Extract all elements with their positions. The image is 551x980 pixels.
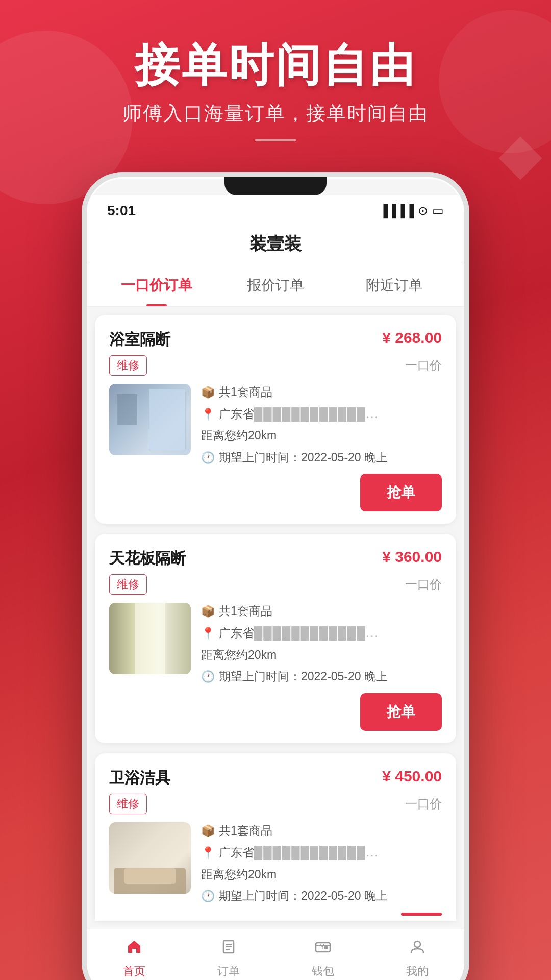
nav-wallet[interactable]: ¥ 钱包: [276, 938, 370, 980]
tab-quote[interactable]: 报价订单: [216, 264, 335, 306]
tab-nearby[interactable]: 附近订单: [335, 264, 454, 306]
order-2-type-row: 维修 一口价: [109, 574, 442, 595]
status-bar: 5:01 ▐▐▐▐ ⊙ ▭: [87, 195, 464, 223]
order-card-3-partial: 卫浴洁具 ¥ 450.00 维修 一口价 📦 共1套商品: [95, 753, 456, 921]
phone-mockup: 5:01 ▐▐▐▐ ⊙ ▭ 装壹装 一口价订单 报价订单 附近订单: [82, 172, 469, 980]
order-2-image: [109, 603, 191, 674]
svg-text:¥: ¥: [320, 943, 324, 951]
order-3-image: [109, 822, 191, 894]
bathroom-shower-decoration: [109, 384, 191, 455]
order-1-distance: 距离您约20km: [201, 427, 442, 444]
order-3-type-row: 维修 一口价: [109, 794, 442, 814]
nav-order-label: 订单: [217, 964, 240, 979]
hero-title: 接单时间自由: [0, 41, 551, 90]
order-1-detail: 📦 共1套商品 📍 广东省████████████... 距离您约20km 🕐: [109, 384, 442, 466]
status-icons: ▐▐▐▐ ⊙ ▭: [379, 204, 444, 218]
order-card-2-header: 天花板隔断 ¥ 360.00: [109, 548, 442, 569]
order-1-price: ¥ 268.00: [382, 329, 442, 347]
order-3-detail: 📦 共1套商品 📍 广东省████████████... 距离您约20km 🕐: [109, 822, 442, 904]
order-3-price: ¥ 450.00: [382, 768, 442, 785]
wifi-icon: ⊙: [418, 204, 428, 218]
order-1-type-row: 维修 一口价: [109, 355, 442, 376]
package-icon: 📦: [201, 385, 215, 401]
home-icon: [125, 938, 143, 961]
ceiling-decoration: [109, 603, 191, 674]
bottom-nav[interactable]: 首页 订单: [87, 929, 464, 980]
order-card-1-header: 浴室隔断 ¥ 268.00: [109, 329, 442, 350]
grab-btn-1[interactable]: 抢单: [360, 474, 442, 511]
nav-wallet-label: 钱包: [312, 964, 334, 979]
order-1-product-count: 📦 共1套商品: [201, 384, 442, 401]
order-2-title: 天花板隔断: [109, 548, 186, 569]
phone-wrapper: 5:01 ▐▐▐▐ ⊙ ▭ 装壹装 一口价订单 报价订单 附近订单: [0, 172, 551, 980]
order-2-detail: 📦 共1套商品 📍 广东省████████████... 距离您约20km 🕐: [109, 603, 442, 685]
nav-profile-label: 我的: [406, 964, 429, 979]
order-card-1: 浴室隔断 ¥ 268.00 维修 一口价 📦 共1套商品: [95, 315, 456, 524]
order-2-product-count: 📦 共1套商品: [201, 603, 442, 620]
wallet-icon: ¥: [314, 938, 332, 961]
signal-icon: ▐▐▐▐: [379, 204, 414, 218]
nav-order[interactable]: 订单: [181, 938, 276, 980]
package-icon-3: 📦: [201, 823, 215, 839]
scroll-indicator: [401, 913, 442, 916]
location-icon-3: 📍: [201, 845, 215, 861]
phone-notch: [224, 177, 327, 195]
location-icon-2: 📍: [201, 626, 215, 642]
user-icon: [408, 938, 427, 961]
clock-icon-3: 🕐: [201, 889, 215, 904]
order-1-badge: 维修: [109, 355, 147, 376]
nav-home-label: 首页: [123, 964, 145, 979]
order-1-info: 📦 共1套商品 📍 广东省████████████... 距离您约20km 🕐: [201, 384, 442, 466]
order-icon: [219, 938, 238, 961]
order-1-title: 浴室隔断: [109, 329, 170, 350]
status-time: 5:01: [107, 203, 136, 219]
package-icon-2: 📦: [201, 604, 215, 620]
location-icon-1: 📍: [201, 407, 215, 423]
order-1-location: 📍 广东省████████████...: [201, 406, 442, 423]
svg-rect-5: [324, 946, 328, 949]
order-card-3-header: 卫浴洁具 ¥ 450.00: [109, 768, 442, 789]
order-card-2: 天花板隔断 ¥ 360.00 维修 一口价 📦 共1套商品: [95, 534, 456, 743]
clock-icon-1: 🕐: [201, 450, 215, 466]
content-area: 浴室隔断 ¥ 268.00 维修 一口价 📦 共1套商品: [87, 307, 464, 929]
order-3-location: 📍 广东省████████████...: [201, 844, 442, 861]
hero-section: 接单时间自由 师傅入口海量订单，接单时间自由: [0, 0, 551, 162]
hero-divider: [255, 139, 296, 141]
nav-home[interactable]: 首页: [87, 938, 181, 980]
nav-profile[interactable]: 我的: [370, 938, 464, 980]
order-1-price-type: 一口价: [405, 357, 442, 374]
order-3-distance: 距离您约20km: [201, 866, 442, 883]
order-2-distance: 距离您约20km: [201, 647, 442, 663]
app-title: 装壹装: [249, 234, 302, 253]
hero-subtitle: 师傅入口海量订单，接单时间自由: [0, 101, 551, 127]
order-3-product-count: 📦 共1套商品: [201, 822, 442, 839]
battery-icon: ▭: [432, 204, 444, 218]
order-1-visit-time: 🕐 期望上门时间：2022-05-20 晚上: [201, 449, 442, 466]
order-2-location: 📍 广东省████████████...: [201, 625, 442, 642]
order-3-price-type: 一口价: [405, 796, 442, 812]
order-3-info: 📦 共1套商品 📍 广东省████████████... 距离您约20km 🕐: [201, 822, 442, 904]
order-1-image: [109, 384, 191, 455]
svg-point-8: [414, 941, 420, 947]
order-3-badge: 维修: [109, 794, 147, 814]
order-3-title: 卫浴洁具: [109, 768, 170, 789]
clock-icon-2: 🕐: [201, 669, 215, 685]
order-1-grab-btn-row: 抢单: [109, 474, 442, 511]
tab-bar[interactable]: 一口价订单 报价订单 附近订单: [87, 264, 464, 307]
order-2-price-type: 一口价: [405, 576, 442, 593]
order-2-visit-time: 🕐 期望上门时间：2022-05-20 晚上: [201, 668, 442, 685]
order-2-price: ¥ 360.00: [382, 548, 442, 566]
app-header: 装壹装: [87, 223, 464, 264]
bathroom2-decoration: [109, 822, 191, 894]
order-2-info: 📦 共1套商品 📍 广东省████████████... 距离您约20km 🕐: [201, 603, 442, 685]
order-3-visit-time: 🕐 期望上门时间：2022-05-20 晚上: [201, 888, 442, 904]
tab-fixed-price[interactable]: 一口价订单: [97, 264, 216, 306]
order-2-grab-btn-row: 抢单: [109, 693, 442, 731]
grab-btn-2[interactable]: 抢单: [360, 693, 442, 731]
order-2-badge: 维修: [109, 574, 147, 595]
